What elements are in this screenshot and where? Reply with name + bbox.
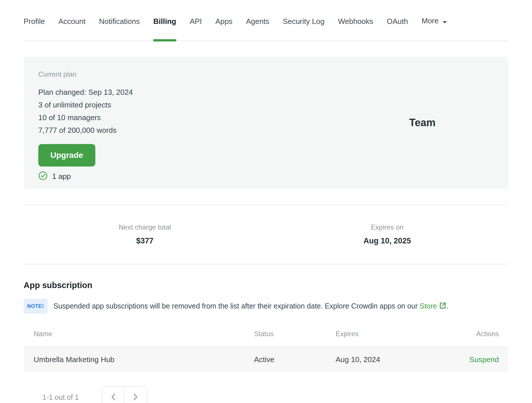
settings-tabbar: Profile Account Notifications Billing AP…	[24, 0, 508, 41]
tab-account[interactable]: Account	[58, 17, 86, 40]
tab-oauth[interactable]: OAuth	[387, 17, 408, 40]
note-suffix: .	[446, 302, 448, 310]
header-expires: Expires	[336, 325, 451, 347]
tab-apps[interactable]: Apps	[215, 17, 232, 40]
managers-usage-line: 10 of 10 managers	[38, 111, 336, 124]
header-status: Status	[254, 325, 336, 347]
store-link-label: Store	[420, 302, 437, 310]
settings-page: Profile Account Notifications Billing AP…	[0, 0, 532, 403]
next-page-button[interactable]	[124, 387, 147, 403]
tab-security-log[interactable]: Security Log	[283, 17, 325, 40]
next-charge-label: Next charge total	[24, 223, 266, 231]
tab-label: Security Log	[283, 17, 325, 26]
divider	[24, 264, 508, 264]
tab-label: Profile	[24, 17, 45, 26]
upgrade-button[interactable]: Upgrade	[38, 144, 95, 167]
header-actions: Actions	[451, 325, 508, 347]
current-plan-label: Current plan	[38, 70, 336, 78]
projects-usage-line: 3 of unlimited projects	[38, 99, 336, 111]
tab-label: API	[190, 17, 202, 26]
tab-api[interactable]: API	[190, 17, 202, 40]
tab-profile[interactable]: Profile	[24, 17, 45, 40]
words-usage-line: 7,777 of 200,000 words	[38, 124, 336, 137]
chevron-left-icon	[111, 393, 116, 402]
tab-label: Notifications	[99, 17, 140, 26]
external-link-icon	[439, 303, 446, 311]
tab-label: OAuth	[387, 17, 408, 26]
next-charge-block: Next charge total $377	[24, 223, 266, 245]
tab-label: Billing	[153, 17, 176, 26]
apps-count-label: 1 app	[52, 172, 71, 181]
row-status: Active	[254, 347, 336, 372]
billing-summary: Next charge total $377 Expires on Aug 10…	[24, 205, 508, 264]
next-charge-value: $377	[24, 236, 266, 245]
plan-details: Current plan Plan changed: Sep 13, 2024 …	[24, 56, 336, 189]
note-badge: NOTE!	[24, 299, 48, 314]
tab-agents[interactable]: Agents	[246, 17, 269, 40]
table-row: Umbrella Marketing Hub Active Aug 10, 20…	[24, 347, 508, 372]
tab-billing[interactable]: Billing	[153, 17, 176, 40]
subscription-note: NOTE! Suspended app subscriptions will b…	[24, 299, 508, 314]
expires-on-label: Expires on	[266, 223, 509, 231]
chevron-down-icon	[442, 17, 447, 26]
tab-webhooks[interactable]: Webhooks	[338, 17, 373, 40]
pager-buttons	[102, 386, 147, 403]
plan-changed-line: Plan changed: Sep 13, 2024	[38, 86, 336, 99]
expires-on-block: Expires on Aug 10, 2025	[266, 223, 509, 245]
current-plan-card: Current plan Plan changed: Sep 13, 2024 …	[24, 56, 508, 189]
row-expires: Aug 10, 2024	[336, 347, 451, 372]
store-link[interactable]: Store	[420, 302, 446, 310]
plan-name-panel: Team	[336, 56, 508, 189]
pagination-summary: 1-1 out of 1	[42, 393, 79, 402]
chevron-right-icon	[133, 393, 138, 402]
row-name: Umbrella Marketing Hub	[24, 347, 254, 372]
app-subscription-title: App subscription	[24, 281, 508, 290]
suspend-link[interactable]: Suspend	[469, 355, 499, 364]
table-header-row: Name Status Expires Actions	[24, 325, 508, 347]
note-text: Suspended app subscriptions will be remo…	[53, 302, 418, 310]
check-circle-icon	[38, 171, 48, 181]
header-name: Name	[24, 325, 254, 347]
apps-count-row: 1 app	[38, 171, 336, 181]
tab-notifications[interactable]: Notifications	[99, 17, 140, 40]
tab-label: Webhooks	[338, 17, 373, 26]
plan-usage-lines: Plan changed: Sep 13, 2024 3 of unlimite…	[38, 86, 336, 137]
expires-on-value: Aug 10, 2025	[266, 236, 509, 245]
previous-page-button[interactable]	[102, 387, 124, 403]
subscriptions-table: Name Status Expires Actions Umbrella Mar…	[24, 325, 508, 372]
tab-label: Agents	[246, 17, 269, 26]
tab-label: Apps	[215, 17, 232, 26]
pagination: 1-1 out of 1	[24, 386, 508, 403]
tab-label: More	[421, 16, 438, 25]
tab-more[interactable]: More	[421, 16, 447, 40]
plan-name: Team	[409, 117, 436, 129]
tab-label: Account	[58, 17, 86, 26]
